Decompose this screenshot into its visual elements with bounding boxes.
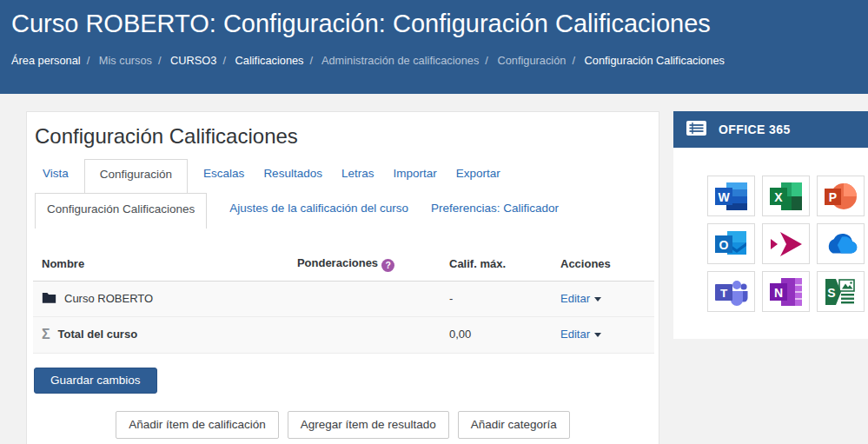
table-header-row: Nombre Ponderaciones? Calif. máx. Accion…: [33, 249, 654, 281]
tab-vista[interactable]: Vista: [33, 159, 78, 188]
tab-exportar[interactable]: Exportar: [447, 159, 510, 188]
powerapps-icon: [769, 229, 804, 259]
column-header-acciones: Acciones: [552, 249, 654, 281]
page-header: Curso ROBERTO: Configuración: Configurac…: [0, 0, 868, 94]
subtab-bar: Configuración Calificaciones Ajustes de …: [35, 193, 659, 229]
breadcrumb-separator: /: [310, 54, 314, 67]
powerapps-tile[interactable]: [762, 223, 810, 264]
add-grade-item-button[interactable]: Añadir ítem de calificación: [116, 411, 279, 439]
breadcrumb-item-administracion[interactable]: Administración de calificaciones: [321, 54, 479, 67]
main-card: Configuración Calificaciones Vista Confi…: [26, 111, 659, 444]
category-name: Curso ROBERTO: [64, 292, 153, 305]
tab-letras[interactable]: Letras: [332, 159, 384, 188]
chevron-down-icon: [594, 297, 601, 302]
column-header-nombre: Nombre: [33, 249, 249, 281]
column-header-label: Ponderaciones: [297, 256, 378, 269]
sigma-icon: Σ: [42, 327, 50, 342]
tab-importar[interactable]: Importar: [383, 159, 446, 188]
max-grade-cell: -: [441, 281, 552, 316]
edit-menu-link[interactable]: Editar: [560, 328, 590, 341]
weight-cell: [249, 316, 441, 353]
sway-tile[interactable]: S: [817, 271, 865, 312]
word-tile[interactable]: W: [707, 176, 755, 216]
breadcrumb-item-mis-cursos[interactable]: Mis cursos: [99, 54, 152, 67]
svg-text:S: S: [827, 285, 835, 299]
grade-setup-table: Nombre Ponderaciones? Calif. máx. Accion…: [33, 249, 654, 354]
svg-text:T: T: [719, 287, 727, 300]
column-header-ponderaciones: Ponderaciones?: [249, 249, 441, 281]
breadcrumb-separator: /: [87, 54, 90, 67]
office365-block-header: OFFICE 365: [673, 111, 868, 148]
weight-cell: [249, 281, 441, 316]
breadcrumb-item-curso3[interactable]: CURSO3: [170, 54, 216, 67]
item-name: Total del curso: [58, 328, 138, 341]
svg-text:X: X: [774, 189, 783, 203]
help-icon[interactable]: ?: [381, 259, 394, 272]
list-icon: [686, 120, 707, 140]
breadcrumb-item-current: Configuración Calificaciones: [585, 54, 725, 67]
folder-icon: [42, 291, 56, 306]
table-row-total-del-curso: Σ Total del curso 0,00 Editar: [33, 316, 654, 353]
breadcrumb: Área personal/ Mis cursos/ CURSO3/ Calif…: [11, 54, 856, 67]
breadcrumb-item-configuracion[interactable]: Configuración: [497, 54, 566, 67]
office-app-grid: W X P: [707, 176, 868, 312]
outlook-tile[interactable]: O: [707, 223, 755, 264]
tab-configuracion[interactable]: Configuración: [84, 159, 188, 193]
table-row-curso-roberto: Curso ROBERTO - Editar: [33, 281, 654, 316]
tab-escalas[interactable]: Escalas: [194, 159, 254, 188]
tab-resultados[interactable]: Resultados: [254, 159, 332, 188]
section-heading: Configuración Calificaciones: [35, 124, 659, 149]
breadcrumb-separator: /: [158, 54, 162, 67]
breadcrumb-separator: /: [572, 54, 575, 67]
onenote-icon: N: [769, 277, 804, 307]
word-icon: W: [714, 182, 749, 211]
add-item-button-row: Añadir ítem de calificación Agregar ítem…: [27, 411, 659, 439]
outlook-icon: O: [714, 229, 749, 259]
excel-icon: X: [769, 182, 804, 211]
office365-block-body: W X P: [673, 148, 868, 339]
office365-block-title: OFFICE 365: [719, 123, 791, 136]
breadcrumb-separator: /: [222, 54, 226, 67]
onenote-tile[interactable]: N: [762, 271, 810, 312]
breadcrumb-item-calificaciones[interactable]: Calificaciones: [235, 54, 304, 67]
onedrive-icon: [823, 231, 859, 257]
sway-icon: S: [824, 277, 858, 307]
svg-text:W: W: [718, 189, 730, 203]
add-category-button[interactable]: Añadir categoría: [458, 411, 570, 439]
breadcrumb-item-area-personal[interactable]: Área personal: [11, 54, 81, 67]
subtab-configuracion-calificaciones[interactable]: Configuración Calificaciones: [35, 193, 207, 229]
chevron-down-icon: [594, 333, 601, 337]
max-grade-cell: 0,00: [441, 316, 552, 353]
onedrive-tile[interactable]: [817, 223, 865, 264]
subtab-preferencias-calificador[interactable]: Preferencias: Calificador: [420, 193, 570, 223]
page-title: Curso ROBERTO: Configuración: Configurac…: [11, 8, 856, 39]
excel-tile[interactable]: X: [762, 176, 810, 216]
edit-menu-link[interactable]: Editar: [560, 292, 590, 305]
save-changes-button[interactable]: Guardar cambios: [34, 368, 157, 394]
teams-icon: T: [714, 277, 749, 307]
subtab-ajustes-calificacion[interactable]: Ajustes de la calificación del curso: [218, 193, 420, 223]
svg-text:N: N: [773, 285, 782, 299]
tab-bar: Vista Configuración Escalas Resultados L…: [33, 159, 659, 193]
teams-tile[interactable]: T: [707, 271, 755, 312]
office365-block: OFFICE 365 W: [673, 111, 868, 339]
add-outcome-item-button[interactable]: Agregar ítem de resultado: [288, 411, 449, 439]
column-header-calif-max: Calif. máx.: [441, 249, 552, 281]
svg-text:O: O: [719, 237, 728, 251]
powerpoint-tile[interactable]: P: [817, 176, 865, 216]
svg-text:P: P: [828, 190, 836, 204]
powerpoint-icon: P: [824, 182, 858, 211]
breadcrumb-separator: /: [485, 54, 488, 67]
